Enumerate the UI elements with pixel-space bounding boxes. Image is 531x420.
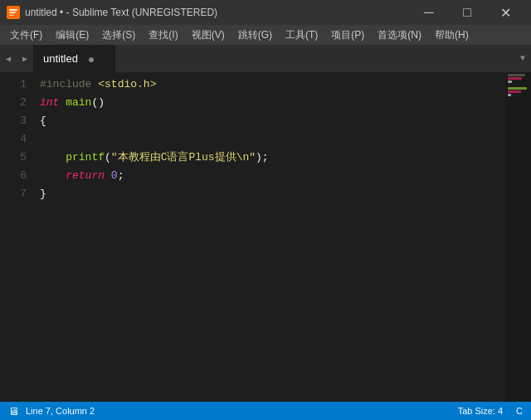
close-button[interactable]: ✕ (486, 0, 524, 25)
menu-bar: 文件(F)编辑(E)选择(S)查找(I)视图(V)跳转(G)工具(T)项目(P)… (0, 25, 531, 45)
line-number: 2 (0, 94, 27, 112)
menu-item[interactable]: 项目(P) (324, 27, 371, 44)
title-left: untitled • - Sublime Text (UNREGISTERED) (7, 6, 217, 19)
code-line: printf("本教程由C语言Plus提供\n"); (40, 149, 506, 167)
app-icon (7, 6, 20, 19)
active-tab[interactable]: untitled ● (33, 45, 116, 72)
title-bar: untitled • - Sublime Text (UNREGISTERED)… (0, 0, 531, 25)
encoding: C (516, 406, 523, 416)
line-number: 5 (0, 149, 27, 167)
line-numbers: 1234567 (0, 72, 33, 402)
tab-label: untitled (43, 52, 78, 65)
minimap (506, 72, 531, 402)
tab-nav-left[interactable]: ◀ (0, 45, 17, 72)
menu-item[interactable]: 跳转(G) (231, 27, 279, 44)
cursor-position: Line 7, Column 2 (26, 406, 95, 416)
line-number: 1 (0, 76, 27, 94)
code-line: } (40, 185, 506, 203)
line-number: 4 (0, 130, 27, 149)
editor: 1234567 #include <stdio.h>int main(){ pr… (0, 72, 531, 402)
status-bar: 🖥 Line 7, Column 2 Tab Size: 4 C (0, 402, 531, 420)
status-right: Tab Size: 4 C (458, 406, 523, 416)
menu-item[interactable]: 编辑(E) (49, 27, 95, 44)
title-controls: ─ □ ✕ (410, 0, 524, 25)
tab-size: Tab Size: 4 (458, 406, 503, 416)
line-number: 6 (0, 167, 27, 185)
monitor-icon: 🖥 (8, 405, 19, 418)
tab-dropdown-button[interactable]: ▼ (514, 45, 531, 72)
status-left: 🖥 Line 7, Column 2 (8, 405, 95, 418)
line-number: 3 (0, 112, 27, 130)
menu-item[interactable]: 帮助(H) (428, 27, 475, 44)
svg-rect-3 (9, 14, 14, 16)
minimap-content (508, 74, 529, 97)
menu-item[interactable]: 视图(V) (185, 27, 231, 44)
code-line: #include <stdio.h> (40, 76, 506, 94)
menu-item[interactable]: 首选项(N) (371, 27, 428, 44)
window-title: untitled • - Sublime Text (UNREGISTERED) (25, 7, 217, 18)
menu-item[interactable]: 工具(T) (279, 27, 324, 44)
code-line: { (40, 112, 506, 130)
code-line: return 0; (40, 167, 506, 185)
svg-rect-1 (9, 9, 17, 11)
tab-bar: ◀ ▶ untitled ● ▼ (0, 45, 531, 72)
menu-item[interactable]: 查找(I) (142, 27, 184, 44)
code-line: int main() (40, 94, 506, 112)
code-area[interactable]: #include <stdio.h>int main(){ printf("本教… (33, 72, 506, 402)
menu-item[interactable]: 文件(F) (3, 27, 49, 44)
tab-close-button[interactable]: ● (85, 52, 98, 66)
tab-nav-right[interactable]: ▶ (17, 45, 33, 72)
minimize-button[interactable]: ─ (410, 0, 448, 25)
line-number: 7 (0, 185, 27, 203)
code-line (40, 130, 506, 149)
maximize-button[interactable]: □ (448, 0, 486, 25)
svg-rect-2 (9, 12, 16, 13)
menu-item[interactable]: 选择(S) (95, 27, 142, 44)
